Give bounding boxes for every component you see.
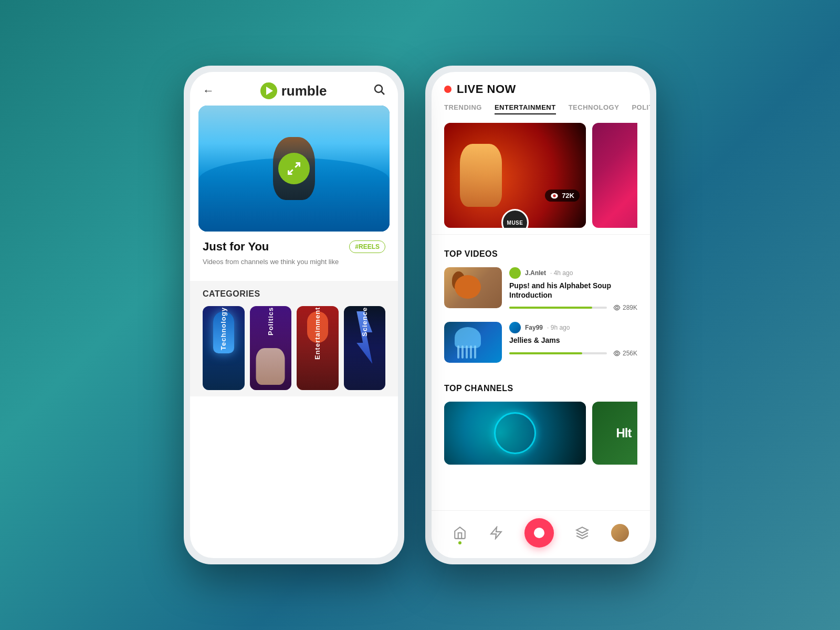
left-header: ← rumble [190,72,398,106]
nav-profile[interactable] [611,524,629,542]
time-ago-2: · 9h ago [547,324,570,331]
category-science[interactable]: Science [344,306,386,390]
video-item-2[interactable]: Fay99 · 9h ago Jellies & Jams 256K [444,322,637,363]
just-for-you-title: Just for You [203,240,269,254]
live-videos-row: 72K MUSE [444,123,637,228]
live-now-title: LIVE NOW [457,82,516,96]
just-for-you-subtitle: Videos from channels we think you might … [203,258,339,266]
category-politics[interactable]: Politics [250,306,292,390]
category-label-science: Science [344,306,386,385]
channels-row: Hlt [444,402,637,465]
svg-point-5 [553,194,555,197]
video-thumb-2 [444,322,502,363]
video-item-1[interactable]: J.Anlet · 4h ago Pups! and his Alphabet … [444,267,637,311]
rumble-play-icon [260,82,277,99]
svg-line-1 [382,92,385,95]
time-ago-1: · 4h ago [550,269,573,277]
layers-icon [575,526,590,540]
channel-name-2: Fay99 [525,324,543,331]
viewer-count: 72K [545,190,580,202]
live-tabs: TRENDING ENTERTAINMENT TECHNOLOGY POLITI… [444,103,637,114]
live-indicator [444,86,452,93]
svg-point-6 [616,307,618,309]
tab-politics[interactable]: POLITICS [632,103,650,114]
rumble-wordmark: rumble [281,83,327,99]
category-label-entertainment: Entertainment [297,306,339,385]
video-title-1: Pups! and his Alphabet Soup Introduction [509,281,637,300]
nav-layers[interactable] [575,526,590,540]
tab-trending[interactable]: TRENDING [444,103,482,114]
channel-avatar-2 [509,322,521,333]
live-video-secondary[interactable] [592,123,637,228]
search-icon[interactable] [373,83,385,99]
top-channels-title: TOP CHANNELS [444,384,637,393]
category-technology[interactable]: Technology [203,306,245,390]
profile-avatar [611,524,629,542]
home-icon [453,526,467,540]
tab-technology[interactable]: TECHNOLOGY [569,103,620,114]
channel-avatar-1 [509,267,521,279]
bottom-nav [432,510,650,558]
surf-video[interactable] [198,106,390,232]
category-entertainment[interactable]: Entertainment [297,306,339,390]
top-videos-section: TOP VIDEOS J.Anlet · 4h ago [432,235,650,380]
nav-active-dot [458,541,461,544]
view-count-1: 289K [613,304,637,311]
category-label-politics: Politics [250,306,292,385]
view-count-2: 256K [613,350,637,357]
categories-section: CATEGORIES Technology Politics [190,281,398,396]
channel-card-main[interactable] [444,402,586,465]
reels-badge[interactable]: #REELS [349,240,385,253]
nav-record-button[interactable] [524,518,554,548]
nav-home[interactable] [453,526,467,540]
top-videos-title: TOP VIDEOS [444,249,637,259]
record-inner [534,528,544,538]
categories-title: CATEGORIES [203,289,385,299]
expand-button[interactable] [278,153,310,184]
tab-entertainment[interactable]: ENTERTAINMENT [495,103,556,114]
rumble-logo: rumble [260,82,327,99]
top-channels-section: TOP CHANNELS Hlt [432,380,650,471]
categories-grid: Technology Politics Entertainment [203,306,385,390]
svg-marker-9 [577,527,589,533]
channel-card-secondary[interactable]: Hlt [592,402,637,465]
channel-name-1: J.Anlet [525,269,546,277]
category-label-tech: Technology [203,306,245,385]
svg-point-0 [375,85,382,92]
live-now-section: LIVE NOW TRENDING ENTERTAINMENT TECHNOLO… [432,72,650,235]
nav-flash[interactable] [489,526,503,540]
left-phone: ← rumble [184,66,404,564]
svg-point-7 [616,352,618,354]
video-thumb-1 [444,267,502,308]
live-video-main[interactable]: 72K MUSE [444,123,586,228]
video-title-2: Jellies & Jams [509,335,637,345]
right-phone: LIVE NOW TRENDING ENTERTAINMENT TECHNOLO… [425,66,656,564]
flash-icon [489,526,503,540]
just-for-you-section: Just for You #REELS Videos from channels… [190,232,398,277]
back-button[interactable]: ← [203,84,214,98]
svg-marker-8 [491,527,501,539]
